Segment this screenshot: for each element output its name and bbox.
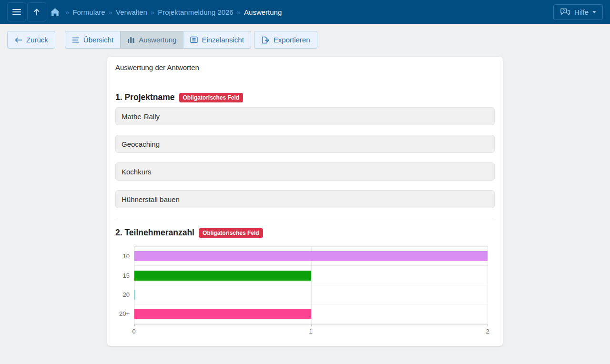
help-button[interactable]: ? Hilfe: [553, 4, 603, 20]
chart-axis-tick: [311, 324, 312, 326]
toolbar: Zurück Übersicht Auswertung Einzelansich…: [7, 31, 603, 49]
list-alt-icon: [190, 36, 198, 43]
breadcrumb-link-formulare[interactable]: Formulare: [72, 8, 105, 16]
breadcrumb-separator: »: [151, 8, 154, 16]
question-2-heading-text: 2. Teilnehmeranzahl: [115, 228, 194, 238]
single-view-button[interactable]: Einzelansicht: [183, 31, 251, 49]
up-arrow-icon: [33, 8, 41, 16]
question-2-section: 2. Teilnehmeranzahl Obligatorisches Feld…: [115, 228, 495, 336]
view-button-group: Übersicht Auswertung Einzelansicht: [65, 31, 251, 49]
participants-chart: 10152020+ 012: [115, 244, 495, 336]
breadcrumb-link-projektanmeldung-2026[interactable]: Projektanmeldung 2026: [158, 8, 233, 16]
required-badge: Obligatorisches Feld: [199, 228, 263, 238]
chart-axis-tick: [134, 324, 135, 326]
list-lines-icon: [72, 37, 80, 43]
answer-box: Kochkurs: [115, 162, 495, 181]
breadcrumb: » Formulare » Verwalten » Projektanmeldu…: [62, 8, 282, 16]
question-2-heading: 2. Teilnehmeranzahl Obligatorisches Feld: [115, 228, 495, 238]
scroll-top-button[interactable]: [27, 2, 46, 21]
chart-x-axis: 012: [134, 328, 488, 336]
export-button-label: Exportieren: [274, 36, 310, 44]
chart-category-label: 20: [123, 291, 130, 298]
breadcrumb-link-verwalten[interactable]: Verwalten: [116, 8, 147, 16]
chart-bar: [134, 290, 135, 300]
back-button-label: Zurück: [26, 36, 48, 44]
home-icon: [50, 8, 60, 17]
overview-button[interactable]: Übersicht: [65, 31, 121, 49]
help-label: Hilfe: [574, 8, 589, 16]
chart-bar: [134, 309, 311, 319]
overview-button-label: Übersicht: [83, 36, 113, 44]
export-button[interactable]: Exportieren: [254, 31, 317, 49]
chart-category-label: 15: [123, 272, 130, 279]
question-1-heading: 1. Projektname Obligatorisches Feld: [115, 92, 495, 102]
breadcrumb-separator: »: [65, 8, 69, 16]
breadcrumb-current: Auswertung: [244, 8, 282, 16]
chart-bar: [134, 271, 311, 281]
question-1-answers: Mathe-Rally Geocaching Kochkurs Hühnerst…: [115, 107, 495, 208]
chart-xtick-label: 2: [486, 328, 489, 335]
results-panel: Auswertung der Antworten 1. Projektname …: [107, 57, 503, 346]
back-button[interactable]: Zurück: [7, 31, 55, 49]
answer-box: Hühnerstall bauen: [115, 190, 495, 208]
hamburger-icon: [12, 8, 21, 16]
chart-bar: [134, 251, 488, 261]
chart-category-label: 20+: [119, 310, 130, 317]
breadcrumb-separator: »: [109, 8, 112, 16]
question-1-heading-text: 1. Projektname: [115, 92, 175, 102]
section-divider: [115, 218, 495, 218]
home-link[interactable]: [50, 8, 60, 17]
required-badge: Obligatorisches Feld: [179, 93, 244, 102]
chart-axis-tick: [488, 324, 488, 326]
top-navbar: » Formulare » Verwalten » Projektanmeldu…: [0, 0, 610, 24]
breadcrumb-separator: »: [237, 8, 241, 16]
file-export-icon: [261, 36, 270, 44]
svg-text:?: ?: [562, 9, 565, 13]
chart-gridline: [488, 247, 488, 324]
bar-chart-icon: [127, 36, 135, 43]
chart-xtick-label: 0: [132, 328, 135, 335]
answer-box: Mathe-Rally: [115, 107, 495, 125]
evaluation-button-label: Auswertung: [139, 36, 176, 44]
left-arrow-icon: [14, 37, 22, 43]
answer-box: Geocaching: [115, 135, 495, 153]
single-view-button-label: Einzelansicht: [202, 36, 244, 44]
panel-title: Auswertung der Antworten: [115, 63, 495, 71]
menu-button[interactable]: [7, 2, 26, 21]
evaluation-button[interactable]: Auswertung: [120, 31, 183, 49]
caret-down-icon: [592, 11, 596, 13]
question-1-section: 1. Projektname Obligatorisches Feld Math…: [115, 92, 495, 208]
chart-xtick-label: 1: [309, 328, 312, 335]
chart-plot-area: 10152020+: [134, 246, 488, 324]
chat-question-icon: ?: [560, 8, 570, 16]
chart-category-label: 10: [123, 253, 130, 260]
